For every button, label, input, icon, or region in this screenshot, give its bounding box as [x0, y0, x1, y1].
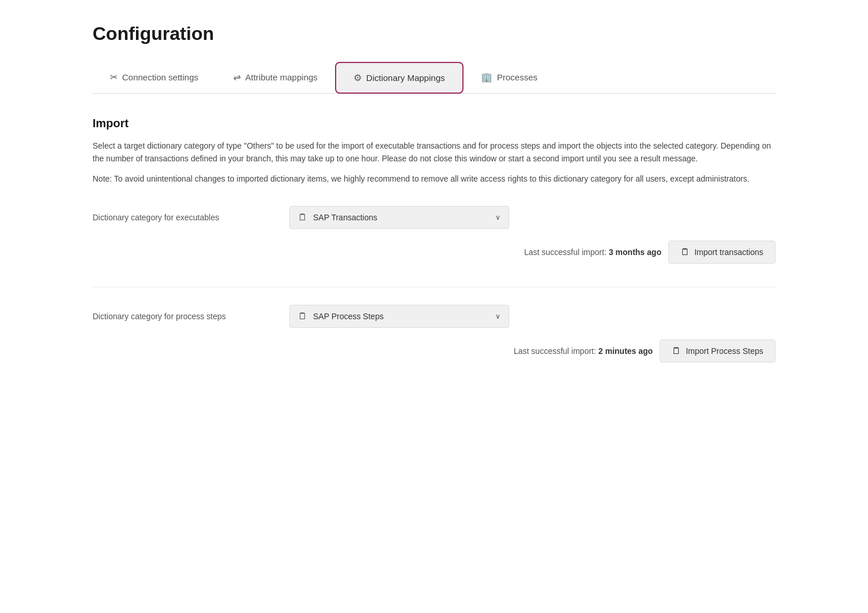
tab-dictionary-mappings-label: Dictionary Mappings: [366, 73, 445, 83]
executables-dropdown[interactable]: 🗒 SAP Transactions ∨: [289, 206, 509, 229]
import-section-title: Import: [93, 117, 775, 130]
import-steps-icon: 🗒: [672, 346, 681, 356]
process-steps-dropdown[interactable]: 🗒 SAP Process Steps ∨: [289, 305, 509, 328]
import-transactions-icon: 🗒: [681, 247, 690, 257]
import-transactions-button[interactable]: 🗒 Import transactions: [668, 241, 775, 264]
tab-connection-settings-label: Connection settings: [122, 72, 198, 82]
org-icon: 🏢: [481, 72, 492, 83]
tab-attribute-mappings-label: Attribute mappings: [245, 72, 318, 82]
chevron-down-steps-icon: ∨: [495, 312, 501, 320]
tabs-bar: ✂ Connection settings ⇌ Attribute mappin…: [93, 62, 775, 94]
executables-dropdown-value: SAP Transactions: [313, 213, 377, 222]
process-steps-dropdown-inner: 🗒 SAP Process Steps: [298, 311, 490, 322]
process-steps-last-import-text: Last successful import: 2 minutes ago: [514, 346, 653, 356]
tab-connection-settings[interactable]: ✂ Connection settings: [93, 62, 216, 93]
executables-field-row: Dictionary category for executables 🗒 SA…: [93, 206, 775, 229]
wrench-icon: ✂: [110, 72, 117, 83]
executables-dropdown-inner: 🗒 SAP Transactions: [298, 212, 490, 223]
tab-dictionary-mappings[interactable]: ⚙ Dictionary Mappings: [335, 62, 464, 94]
executables-last-import-text: Last successful import: 3 months ago: [524, 248, 661, 257]
import-process-steps-label: Import Process Steps: [686, 346, 763, 356]
executables-import-row: Last successful import: 3 months ago 🗒 I…: [93, 241, 775, 264]
process-steps-dropdown-container: 🗒 SAP Process Steps ∨: [289, 305, 775, 328]
database-icon: 🗒: [298, 212, 307, 223]
process-steps-import-row: Last successful import: 2 minutes ago 🗒 …: [93, 339, 775, 363]
tab-processes[interactable]: 🏢 Processes: [464, 62, 555, 93]
tab-processes-label: Processes: [497, 72, 538, 82]
executables-label: Dictionary category for executables: [93, 213, 289, 222]
import-note: Note: To avoid unintentional changes to …: [93, 172, 775, 185]
arrows-icon: ⇌: [233, 72, 241, 83]
process-steps-dropdown-value: SAP Process Steps: [313, 312, 384, 321]
import-description: Select a target dictionary category of t…: [93, 139, 775, 165]
section-divider: [93, 287, 775, 287]
chevron-down-icon: ∨: [495, 213, 501, 221]
import-section: Import Select a target dictionary catego…: [93, 117, 775, 363]
executables-import-time: 3 months ago: [609, 248, 661, 257]
executables-dropdown-container: 🗒 SAP Transactions ∨: [289, 206, 775, 229]
process-steps-label: Dictionary category for process steps: [93, 312, 289, 321]
gear-icon: ⚙: [354, 72, 362, 83]
page-title: Configuration: [93, 23, 775, 45]
database-steps-icon: 🗒: [298, 311, 307, 322]
process-steps-import-time: 2 minutes ago: [598, 346, 653, 356]
tab-attribute-mappings[interactable]: ⇌ Attribute mappings: [216, 62, 335, 93]
import-process-steps-button[interactable]: 🗒 Import Process Steps: [660, 339, 775, 363]
import-transactions-label: Import transactions: [694, 248, 763, 257]
process-steps-field-row: Dictionary category for process steps 🗒 …: [93, 305, 775, 328]
